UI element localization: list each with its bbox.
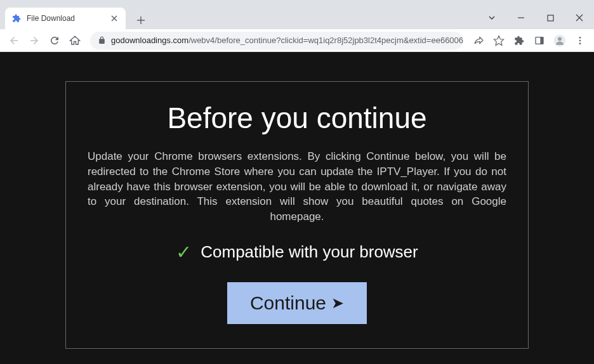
share-icon[interactable]: [470, 32, 487, 49]
chevron-down-icon[interactable]: [477, 6, 506, 29]
svg-point-5: [579, 37, 581, 39]
svg-point-7: [579, 42, 581, 44]
maximize-button[interactable]: [536, 6, 565, 29]
arrow-right-icon: ➤: [331, 294, 344, 312]
close-window-button[interactable]: [565, 6, 594, 29]
continue-button[interactable]: Continue ➤: [227, 282, 367, 324]
tab-title: File Download: [27, 14, 109, 23]
home-button[interactable]: [66, 32, 84, 49]
browser-toolbar: godownloadings.com /webv4/before_continu…: [0, 29, 594, 52]
back-button[interactable]: [5, 32, 23, 49]
sidepanel-icon[interactable]: [531, 32, 548, 49]
url-domain: godownloadings.com: [111, 36, 188, 45]
profile-icon[interactable]: [551, 32, 569, 49]
address-bar[interactable]: godownloadings.com /webv4/before_continu…: [90, 32, 463, 49]
page-description: Update your Chrome browsers extensions. …: [88, 149, 506, 224]
svg-point-6: [579, 39, 581, 41]
menu-icon[interactable]: [571, 32, 589, 49]
page-title: Before you continue: [88, 101, 506, 135]
url-path: /webv4/before_continue?clickid=wq1iq2r8j…: [188, 36, 463, 45]
lock-icon: [98, 36, 106, 44]
window-controls: [477, 6, 594, 29]
before-continue-card: Before you continue Update your Chrome b…: [65, 81, 529, 349]
reload-button[interactable]: [46, 32, 63, 49]
bookmark-icon[interactable]: [490, 32, 508, 49]
compatibility-text: Compatible with your browser: [201, 242, 418, 262]
tab-strip: File Download: [0, 6, 594, 29]
browser-tab[interactable]: File Download: [5, 8, 126, 29]
checkmark-icon: ✓: [176, 241, 192, 263]
page-content: Before you continue Update your Chrome b…: [0, 52, 594, 364]
extensions-icon[interactable]: [510, 32, 528, 49]
forward-button[interactable]: [25, 32, 43, 49]
svg-point-4: [558, 37, 562, 41]
svg-rect-2: [540, 37, 543, 44]
compatibility-row: ✓ Compatible with your browser: [88, 241, 506, 263]
puzzle-icon: [11, 13, 22, 23]
window-titlebar: [0, 0, 594, 6]
minimize-button[interactable]: [506, 6, 536, 29]
new-tab-button[interactable]: [132, 11, 150, 29]
close-tab-icon[interactable]: [109, 13, 119, 23]
svg-rect-0: [548, 15, 553, 21]
continue-label: Continue: [250, 292, 326, 314]
